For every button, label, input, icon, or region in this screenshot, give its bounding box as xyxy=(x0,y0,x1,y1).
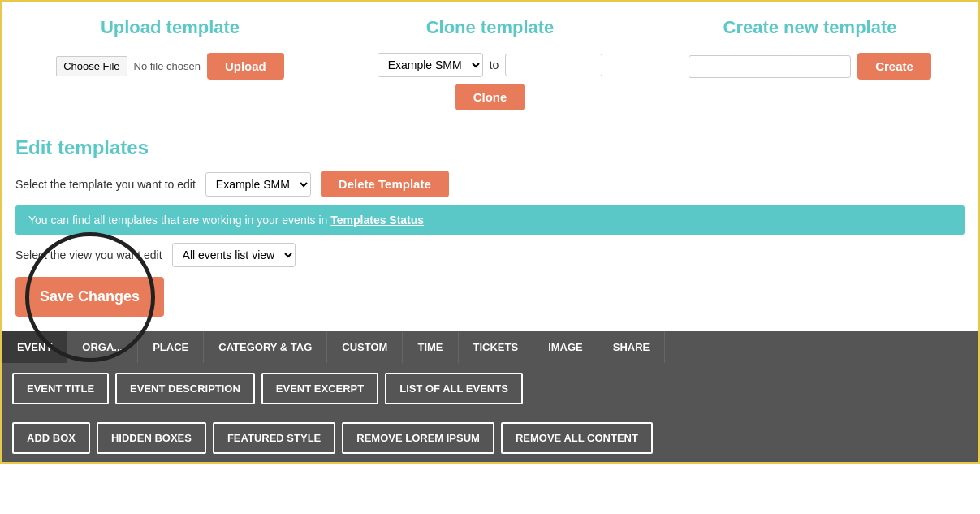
view-select-label: Select the view you want edit xyxy=(15,248,162,261)
clone-title: Clone template xyxy=(426,17,555,38)
create-button[interactable]: Create xyxy=(857,53,931,80)
upload-template-col: Upload template Choose File No file chos… xyxy=(11,17,330,110)
toolbar-tab-place[interactable]: PLACE xyxy=(138,331,204,363)
create-controls: Create xyxy=(689,53,931,80)
delete-template-button[interactable]: Delete Template xyxy=(321,171,449,197)
create-title: Create new template xyxy=(723,17,897,38)
toolbar-tab-tickets[interactable]: TICKETS xyxy=(459,331,534,363)
clone-select[interactable]: Example SMM xyxy=(378,53,483,77)
choose-file-button[interactable]: Choose File xyxy=(56,56,127,76)
toolbar-tab-time[interactable]: TIME xyxy=(403,331,458,363)
to-label: to xyxy=(490,58,499,71)
edit-section: Edit templates Select the template you w… xyxy=(2,125,978,331)
create-template-col: Create new template Create xyxy=(650,17,969,110)
action-btn-remove-all-content[interactable]: REMOVE ALL CONTENT xyxy=(501,422,653,454)
toolbar-tab-event[interactable]: EVENT xyxy=(2,331,67,363)
templates-status-link[interactable]: Templates Status xyxy=(330,214,424,227)
save-changes-container: Save Changes xyxy=(15,277,164,317)
toolbar-tab-share[interactable]: SHARE xyxy=(598,331,666,363)
content-btn-event-excerpt[interactable]: EVENT EXCERPT xyxy=(261,373,378,404)
no-file-text: No file chosen xyxy=(134,60,201,72)
template-select[interactable]: Example SMM xyxy=(205,172,311,197)
toolbar-tab-orga-[interactable]: ORGA... xyxy=(67,331,138,363)
content-btn-event-description[interactable]: EVENT DESCRIPTION xyxy=(115,373,255,404)
action-btn-hidden-boxes[interactable]: HIDDEN BOXES xyxy=(97,422,206,454)
toolbar-tab-category-tag[interactable]: CATEGORY & TAG xyxy=(204,331,327,363)
view-select-row: Select the view you want edit All events… xyxy=(15,243,965,267)
toolbar-tab-custom[interactable]: CUSTOM xyxy=(327,331,403,363)
action-btn-remove-lorem-ipsum[interactable]: REMOVE LOREM IPSUM xyxy=(342,422,494,454)
clone-controls: Example SMM to Clone xyxy=(347,53,633,110)
upload-title: Upload template xyxy=(101,17,240,38)
edit-title: Edit templates xyxy=(15,136,965,159)
action-btn-featured-style[interactable]: FEATURED STYLE xyxy=(213,422,335,454)
template-select-label: Select the template you want to edit xyxy=(15,178,196,191)
save-changes-button[interactable]: Save Changes xyxy=(15,277,164,317)
info-text: You can find all templates that are work… xyxy=(28,214,330,227)
template-select-row: Select the template you want to edit Exa… xyxy=(15,171,965,197)
view-select[interactable]: All events list view xyxy=(172,243,296,267)
action-btn-add-box[interactable]: ADD BOX xyxy=(12,422,90,454)
upload-controls: Choose File No file chosen Upload xyxy=(56,53,284,80)
bottom-actions-row: ADD BOXHIDDEN BOXESFEATURED STYLEREMOVE … xyxy=(2,414,978,462)
toolbar-tab-image[interactable]: IMAGE xyxy=(533,331,598,363)
info-banner: You can find all templates that are work… xyxy=(15,205,965,235)
create-name-input[interactable] xyxy=(689,55,851,78)
clone-button[interactable]: Clone xyxy=(455,84,525,110)
clone-template-col: Clone template Example SMM to Clone xyxy=(330,17,650,110)
content-btn-event-title[interactable]: EVENT TITLE xyxy=(12,373,109,404)
upload-button[interactable]: Upload xyxy=(207,53,284,80)
top-section: Upload template Choose File No file chos… xyxy=(2,2,978,125)
content-buttons-row: EVENT TITLEEVENT DESCRIPTIONEVENT EXCERP… xyxy=(2,363,978,414)
content-btn-list-of-all-events[interactable]: LIST OF ALL EVENTS xyxy=(385,373,523,404)
clone-name-input[interactable] xyxy=(505,54,602,76)
toolbar-tabs: EVENTORGA...PLACECATEGORY & TAGCUSTOMTIM… xyxy=(2,331,978,363)
